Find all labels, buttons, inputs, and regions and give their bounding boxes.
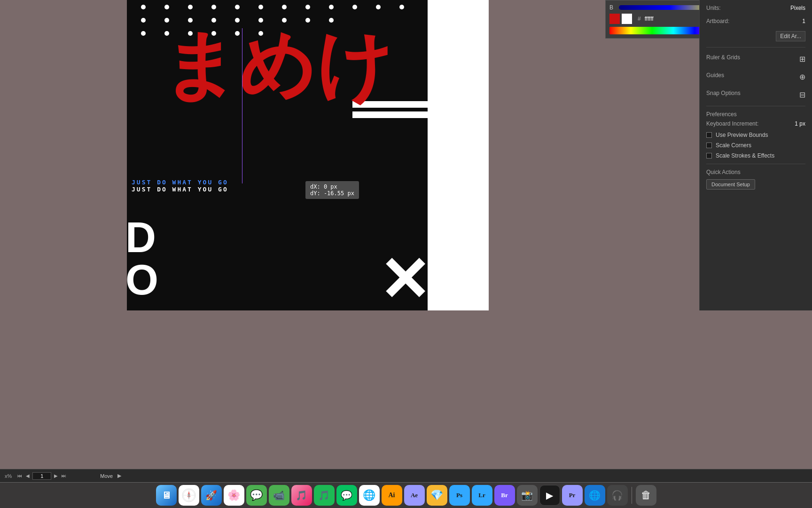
dock-bridge[interactable]: Br	[494, 485, 515, 506]
canvas-area: まめけ JUST DO WHAT YOU GO JUST DO WHAT YOU…	[0, 0, 812, 482]
dock-launchpad[interactable]: 🚀	[201, 485, 222, 506]
dock-music[interactable]: 🎵	[291, 485, 312, 506]
guides-icon[interactable]: ⊕	[799, 72, 805, 81]
dock-separator	[632, 487, 632, 504]
dock-headphones[interactable]: 🎧	[607, 485, 628, 506]
scale-strokes-checkbox[interactable]	[706, 153, 712, 159]
keyboard-increment-label: Keyboard Increment:	[706, 120, 758, 127]
page-input[interactable]	[32, 472, 51, 480]
scale-strokes-row: Scale Strokes & Effects	[706, 152, 805, 159]
hex-label: #	[638, 16, 641, 22]
dock-messages[interactable]: 💬	[246, 485, 267, 506]
divider-3	[706, 164, 805, 164]
dock-trash[interactable]: 🗑	[636, 485, 656, 506]
dock-spotify[interactable]: 🎵	[314, 485, 335, 506]
swatch-red[interactable]	[609, 14, 620, 24]
ruler-grids-icon[interactable]: ⊞	[799, 55, 805, 64]
dock-premiere[interactable]: Pr	[562, 485, 583, 506]
tooltip: dX: 0 px dY: -16.55 px	[305, 181, 359, 199]
units-label: Units:	[706, 5, 721, 11]
artboard: まめけ JUST DO WHAT YOU GO JUST DO WHAT YOU…	[127, 0, 428, 310]
properties-panel: Units: Pixels Artboard: 1 Edit Ar... Rul…	[699, 0, 812, 310]
use-preview-bounds-checkbox[interactable]	[706, 132, 712, 138]
dock-lightroom[interactable]: Lr	[472, 485, 492, 506]
tooltip-line2: dY: -16.55 px	[310, 190, 354, 197]
ruler-grids-label: Ruler & Grids	[706, 54, 740, 61]
tooltip-line1: dX: 0 px	[310, 183, 354, 190]
dock-capture[interactable]: 📸	[517, 485, 538, 506]
dock: 🖥 🚀 🌸 💬 📹 🎵 🎵 💬 🌐 Ai Ae 💎 Ps Lr Br 📸 ▶ P…	[0, 482, 812, 508]
preferences-label: Preferences	[706, 111, 737, 118]
divider-2	[706, 106, 805, 106]
dock-after-effects[interactable]: Ae	[404, 485, 425, 506]
nav-prev-start[interactable]: ⏮	[16, 473, 23, 478]
right-panel-white	[428, 0, 489, 310]
large-letter-d: D	[127, 216, 158, 259]
status-nav: ⏮ ◀ ▶ ⏭	[16, 472, 67, 480]
large-letters: D O	[127, 216, 158, 301]
nav-next-end[interactable]: ⏭	[61, 473, 67, 478]
quick-actions-label: Quick Actions	[706, 169, 741, 175]
swatch-white[interactable]	[622, 14, 632, 24]
dock-sketch[interactable]: 💎	[427, 485, 447, 506]
scale-corners-label: Scale Corners	[716, 142, 751, 149]
dock-photoshop[interactable]: Ps	[449, 485, 470, 506]
artboard-label: Artboard:	[706, 18, 729, 24]
edit-artboard-button[interactable]: Edit Ar...	[776, 31, 805, 41]
nav-prev[interactable]: ◀	[25, 473, 31, 478]
dock-facetime[interactable]: 📹	[269, 485, 289, 506]
japanese-text: まめけ	[127, 28, 428, 103]
snap-options-icon[interactable]: ⊟	[799, 90, 805, 99]
dock-illustrator[interactable]: Ai	[382, 485, 402, 506]
b-label: B	[609, 4, 616, 11]
dock-chrome[interactable]: 🌐	[359, 485, 380, 506]
nav-next[interactable]: ▶	[53, 473, 59, 478]
scale-corners-checkbox[interactable]	[706, 143, 712, 148]
zoom-level: x%	[5, 473, 12, 479]
dock-quicktime[interactable]: ▶	[539, 485, 560, 506]
status-bar: x% ⏮ ◀ ▶ ⏭ Move ▶	[0, 469, 812, 482]
use-preview-bounds-label: Use Preview Bounds	[716, 132, 768, 138]
x-mark: ✕	[379, 249, 428, 310]
hex-value: ffffff	[645, 16, 654, 22]
english-text-white: JUST DO WHAT YOU GO	[132, 186, 228, 193]
dock-browser[interactable]: 🌐	[585, 485, 605, 506]
artboard-container: まめけ JUST DO WHAT YOU GO JUST DO WHAT YOU…	[61, 0, 489, 310]
selection-line	[242, 28, 242, 183]
dock-photos[interactable]: 🌸	[224, 485, 244, 506]
scale-strokes-label: Scale Strokes & Effects	[716, 152, 774, 159]
artboard-value: 1	[802, 18, 805, 24]
snap-options-label: Snap Options	[706, 90, 741, 96]
english-text-container: JUST DO WHAT YOU GO JUST DO WHAT YOU GO	[132, 179, 228, 193]
units-value: Pixels	[790, 5, 805, 11]
large-letter-o: O	[127, 259, 158, 301]
tool-arrow-icon: ▶	[117, 473, 121, 479]
use-preview-bounds-row: Use Preview Bounds	[706, 132, 805, 138]
document-setup-button[interactable]: Document Setup	[706, 179, 755, 190]
dock-safari[interactable]	[179, 485, 199, 506]
status-tool: Move	[100, 473, 113, 479]
divider-1	[706, 47, 805, 48]
dock-finder[interactable]: 🖥	[156, 485, 177, 506]
dock-wechat[interactable]: 💬	[336, 485, 357, 506]
keyboard-increment-value: 1 px	[795, 120, 805, 127]
scale-corners-row: Scale Corners	[706, 142, 805, 149]
english-text-blue: JUST DO WHAT YOU GO	[132, 179, 228, 186]
guides-label: Guides	[706, 72, 724, 79]
